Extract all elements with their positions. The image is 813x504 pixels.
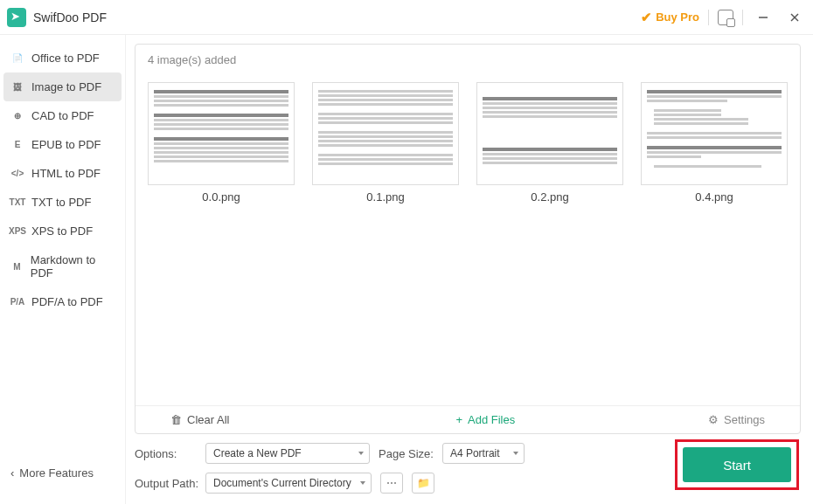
- output-path-select[interactable]: Document's Current Directory: [205, 473, 372, 494]
- sidebar-item-label: PDF/A to PDF: [31, 295, 103, 308]
- more-features-button[interactable]: ‹ More Features: [10, 466, 94, 480]
- thumb-item[interactable]: 0.0.png: [148, 82, 295, 204]
- sidebar: 📄Office to PDF 🖼Image to PDF ⊕CAD to PDF…: [0, 35, 126, 504]
- dots-icon: ⋯: [386, 477, 397, 489]
- sidebar-item-txt-to-pdf[interactable]: TXTTXT to PDF: [3, 188, 122, 217]
- thumb-filename: 0.1.png: [312, 190, 459, 204]
- start-button[interactable]: Start: [683, 447, 791, 482]
- close-button[interactable]: [783, 6, 806, 29]
- sidebar-item-label: CAD to PDF: [31, 109, 94, 122]
- sidebar-item-label: Office to PDF: [31, 52, 100, 65]
- browse-folder-button[interactable]: 📁: [412, 473, 434, 494]
- sidebar-item-epub-to-pdf[interactable]: EEPUB to PDF: [3, 130, 122, 159]
- sidebar-item-label: XPS to PDF: [31, 224, 93, 238]
- sidebar-item-cad-to-pdf[interactable]: ⊕CAD to PDF: [3, 101, 122, 130]
- clear-all-button[interactable]: 🗑 Clear All: [170, 413, 229, 426]
- sidebar-item-html-to-pdf[interactable]: </>HTML to PDF: [3, 159, 122, 188]
- sidebar-item-label: HTML to PDF: [31, 167, 101, 180]
- thumbnail-row: 0.0.png 0.1.png 0.2.png: [136, 75, 800, 211]
- office-icon: 📄: [10, 53, 24, 64]
- pdfa-icon: P/A: [10, 297, 24, 307]
- sidebar-item-label: Image to PDF: [31, 80, 101, 93]
- thumb-item[interactable]: 0.2.png: [476, 82, 623, 204]
- epub-icon: E: [10, 140, 24, 150]
- sidebar-item-label: Markdown to PDF: [31, 253, 115, 280]
- gear-icon: ⚙: [708, 413, 719, 426]
- options-label: Options:: [135, 447, 198, 460]
- titlebar: SwifDoo PDF ✔ Buy Pro: [0, 0, 813, 35]
- start-label: Start: [723, 458, 751, 473]
- trash-icon: 🗑: [170, 413, 182, 426]
- clear-all-label: Clear All: [187, 413, 229, 426]
- thumb-item[interactable]: 0.1.png: [312, 82, 459, 204]
- app-title: SwifDoo PDF: [33, 10, 107, 24]
- folder-icon: 📁: [417, 477, 430, 489]
- xps-icon: XPS: [10, 226, 24, 237]
- more-options-button[interactable]: ⋯: [380, 473, 403, 494]
- page-size-value: A4 Portrait: [450, 447, 500, 459]
- drop-footer: 🗑 Clear All + Add Files ⚙ Settings: [136, 405, 800, 433]
- minimize-icon: [758, 12, 768, 23]
- sidebar-item-label: TXT to PDF: [31, 196, 91, 209]
- thumb-preview: [148, 82, 295, 185]
- cad-icon: ⊕: [10, 111, 24, 121]
- chevron-left-icon: ‹: [10, 466, 14, 480]
- settings-button[interactable]: ⚙ Settings: [708, 413, 765, 426]
- bolt-icon: ✔: [641, 10, 652, 25]
- add-files-label: Add Files: [468, 413, 515, 426]
- divider: [708, 10, 709, 25]
- thumb-preview: [641, 82, 788, 185]
- thumb-preview: [476, 82, 623, 185]
- close-icon: [789, 12, 800, 23]
- divider: [742, 10, 743, 25]
- sidebar-item-office-to-pdf[interactable]: 📄Office to PDF: [3, 44, 122, 72]
- minimize-button[interactable]: [752, 6, 775, 29]
- sidebar-item-pdfa-to-pdf[interactable]: P/APDF/A to PDF: [3, 287, 122, 316]
- external-window-icon[interactable]: [718, 10, 733, 25]
- app-logo-icon: [7, 8, 26, 27]
- thumb-filename: 0.0.png: [148, 190, 295, 204]
- sidebar-item-label: EPUB to PDF: [31, 138, 101, 151]
- start-highlight: Start: [675, 439, 799, 490]
- image-icon: 🖼: [10, 82, 24, 93]
- thumb-filename: 0.2.png: [476, 190, 623, 204]
- add-files-button[interactable]: + Add Files: [455, 413, 515, 426]
- thumb-item[interactable]: 0.4.png: [641, 82, 788, 204]
- main-panel: 4 image(s) added 0.0.png 0.1.png: [126, 35, 813, 504]
- drop-header: 4 image(s) added: [136, 45, 800, 75]
- page-size-select[interactable]: A4 Portrait: [442, 443, 525, 464]
- buy-pro-label: Buy Pro: [656, 10, 699, 24]
- txt-icon: TXT: [10, 197, 24, 208]
- sidebar-item-markdown-to-pdf[interactable]: MMarkdown to PDF: [3, 245, 122, 287]
- options-select[interactable]: Create a New PDF: [205, 443, 370, 464]
- thumb-filename: 0.4.png: [641, 190, 788, 204]
- drop-area: 4 image(s) added 0.0.png 0.1.png: [135, 44, 801, 434]
- thumb-preview: [312, 82, 459, 185]
- plus-icon: +: [455, 413, 462, 426]
- options-value: Create a New PDF: [213, 447, 302, 459]
- sidebar-item-xps-to-pdf[interactable]: XPSXPS to PDF: [3, 217, 122, 245]
- markdown-icon: M: [10, 261, 24, 272]
- page-size-label: Page Size:: [379, 447, 434, 460]
- output-path-value: Document's Current Directory: [213, 477, 351, 489]
- output-path-label: Output Path:: [135, 477, 198, 490]
- buy-pro-button[interactable]: ✔ Buy Pro: [641, 10, 699, 25]
- html-icon: </>: [10, 169, 24, 179]
- settings-label: Settings: [724, 413, 765, 426]
- sidebar-item-image-to-pdf[interactable]: 🖼Image to PDF: [3, 72, 122, 101]
- more-features-label: More Features: [19, 466, 94, 480]
